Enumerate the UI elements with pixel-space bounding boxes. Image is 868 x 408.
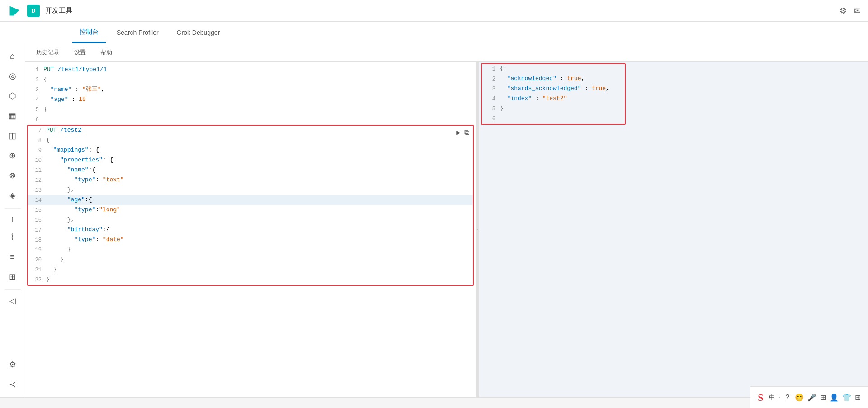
history-button[interactable]: 历史记录 bbox=[33, 47, 63, 58]
run-icon[interactable]: ▶ bbox=[456, 128, 461, 139]
csdn-icons: 中 · ？ 😊 🎤 ⊞ 👤 👕 ⊞ bbox=[769, 393, 861, 402]
tab-console[interactable]: 控制台 bbox=[72, 23, 106, 43]
code-line-12: 12 "type": "text" bbox=[28, 176, 473, 185]
sidebar-icon-discover[interactable]: ◎ bbox=[4, 67, 22, 85]
header-icons: ⚙ ✉ bbox=[840, 6, 861, 16]
code-line-3: 3 "name" : "张三", bbox=[25, 85, 476, 95]
code-line-10: 10 "properties": { bbox=[28, 156, 473, 166]
tab-search-profiler[interactable]: Search Profiler bbox=[109, 24, 166, 43]
mail-icon[interactable]: ✉ bbox=[854, 6, 861, 16]
code-line-22: 22 } bbox=[28, 275, 473, 285]
csdn-icon-zh[interactable]: 中 bbox=[769, 394, 775, 402]
code-line-7: 7 PUT /test2 bbox=[28, 126, 473, 136]
sidebar-icon-visualize[interactable]: ⬡ bbox=[4, 87, 22, 105]
csdn-logo: S bbox=[758, 392, 763, 403]
code-line-19: 19 } bbox=[28, 245, 473, 255]
csdn-icon-person[interactable]: 👤 bbox=[830, 393, 839, 402]
left-panel: 1 PUT /test1/type1/1 2 { 3 "name" : "张三"… bbox=[25, 62, 476, 397]
help-button[interactable]: 帮助 bbox=[97, 47, 116, 58]
code-line-2: 2 { bbox=[25, 75, 476, 85]
panel-resizer[interactable]: ⋮ bbox=[476, 62, 479, 397]
code-line-6: 6 bbox=[25, 115, 476, 125]
csdn-icon-emoji[interactable]: 😊 bbox=[795, 393, 804, 402]
sidebar-icon-canvas[interactable]: ◫ bbox=[4, 127, 22, 145]
code-line-17: 17 "birthday":{ bbox=[28, 225, 473, 235]
sidebar-icon-maps[interactable]: ⊕ bbox=[4, 147, 22, 165]
csdn-icon-table[interactable]: ⊞ bbox=[820, 393, 826, 402]
csdn-icon-punc[interactable]: ？ bbox=[784, 393, 791, 402]
kibana-logo bbox=[7, 4, 22, 18]
app-title: 开发工具 bbox=[45, 6, 834, 15]
code-line-18: 18 "type": "date" bbox=[28, 235, 473, 245]
content-area: 历史记录 设置 帮助 1 PUT /test1/type1/1 2 { bbox=[25, 43, 868, 397]
sub-toolbar: 历史记录 设置 帮助 bbox=[25, 43, 868, 62]
settings-icon[interactable]: ⚙ bbox=[840, 6, 847, 16]
csdn-icon-dot[interactable]: · bbox=[778, 394, 780, 402]
sidebar-icon-collapse[interactable]: ≺ bbox=[4, 375, 22, 394]
editor-area: 1 PUT /test1/type1/1 2 { 3 "name" : "张三"… bbox=[25, 62, 868, 397]
code-line-1: 1 PUT /test1/type1/1 bbox=[25, 65, 476, 75]
copy-icon[interactable]: ⧉ bbox=[464, 128, 469, 139]
sidebar-icon-siem[interactable]: ◈ bbox=[4, 186, 22, 204]
sidebar-icon-management[interactable]: ⚙ bbox=[4, 356, 22, 374]
top-header: D 开发工具 ⚙ ✉ bbox=[0, 0, 868, 22]
csdn-bar: S 中 · ？ 😊 🎤 ⊞ 👤 👕 ⊞ bbox=[750, 386, 868, 408]
code-line-15: 15 "type":"long" bbox=[28, 205, 473, 215]
tab-bar: 控制台 Search Profiler Grok Debugger bbox=[0, 22, 868, 43]
left-code-editor[interactable]: 1 PUT /test1/type1/1 2 { 3 "name" : "张三"… bbox=[25, 62, 476, 397]
code-line-21: 21 } bbox=[28, 265, 473, 275]
right-code-editor: 1 { 2 "acknowledged" : true, 3 "shards_a… bbox=[479, 62, 868, 141]
sidebar-icon-home[interactable]: ⌂ bbox=[4, 47, 22, 65]
main-layout: ⌂ ◎ ⬡ ▦ ◫ ⊕ ⊗ ◈ ↑ ⌇ ≡ ⊞ ◁ ⚙ ≺ 历史记录 设置 帮助 bbox=[0, 43, 868, 397]
csdn-icon-shirt[interactable]: 👕 bbox=[842, 393, 851, 402]
sidebar-icon-uptime[interactable]: ⌇ bbox=[4, 228, 22, 246]
code-line-16: 16 }, bbox=[28, 215, 473, 225]
settings-button[interactable]: 设置 bbox=[71, 47, 90, 58]
sidebar: ⌂ ◎ ⬡ ▦ ◫ ⊕ ⊗ ◈ ↑ ⌇ ≡ ⊞ ◁ ⚙ ≺ bbox=[0, 43, 25, 397]
code-line-4: 4 "age" : 18 bbox=[25, 95, 476, 105]
csdn-icon-mic[interactable]: 🎤 bbox=[807, 393, 816, 402]
sidebar-icon-ml[interactable]: ⊗ bbox=[4, 166, 22, 185]
code-line-20: 20 } bbox=[28, 255, 473, 265]
code-line-8: 8 { bbox=[28, 136, 473, 146]
sidebar-icon-devtools[interactable]: ◁ bbox=[4, 289, 22, 308]
sidebar-icon-logs[interactable]: ≡ bbox=[4, 248, 22, 266]
sidebar-icon-metrics[interactable]: ⊞ bbox=[4, 268, 22, 286]
right-panel: 1 { 2 "acknowledged" : true, 3 "shards_a… bbox=[479, 62, 868, 397]
bottom-bar: CSDN @WuWuli bbox=[0, 397, 868, 408]
sidebar-icon-dashboard[interactable]: ▦ bbox=[4, 107, 22, 125]
code-line-9: 9 "mappings": { bbox=[28, 146, 473, 156]
csdn-icon-apps[interactable]: ⊞ bbox=[855, 393, 861, 402]
code-line-14: 14 "age":{ bbox=[28, 195, 473, 205]
code-line-5: 5 } bbox=[25, 105, 476, 115]
code-line-13: 13 }, bbox=[28, 185, 473, 195]
code-line-11: 11 "name":{ bbox=[28, 166, 473, 176]
user-avatar[interactable]: D bbox=[27, 5, 40, 17]
sidebar-icon-apm[interactable]: ↑ bbox=[4, 208, 22, 226]
tab-grok-debugger[interactable]: Grok Debugger bbox=[170, 24, 227, 43]
